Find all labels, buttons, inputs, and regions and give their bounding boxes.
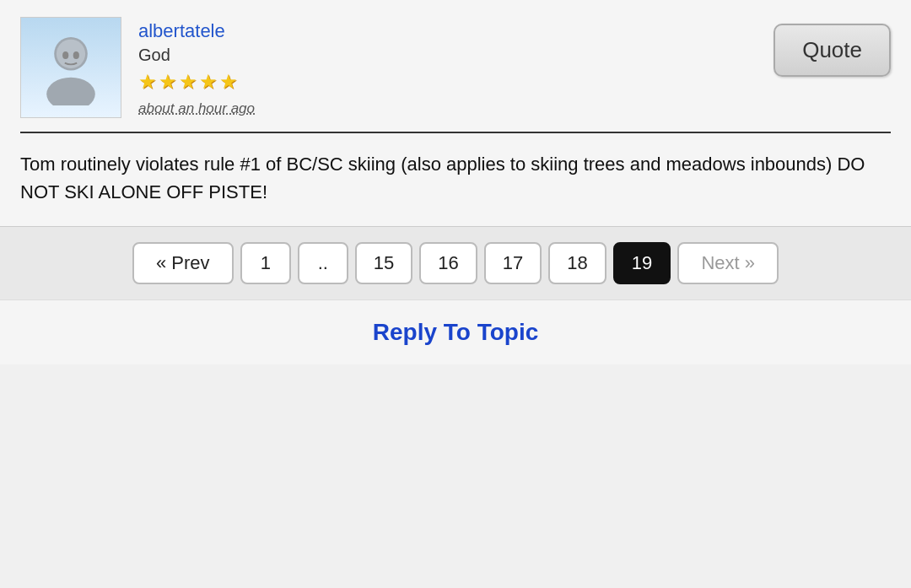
post-divider: [20, 132, 891, 133]
page-17-button[interactable]: 17: [484, 242, 542, 284]
page-1-button[interactable]: 1: [240, 242, 291, 284]
user-rank: God: [138, 46, 255, 65]
post-container: albertatele God ★ ★ ★ ★ ★ about an hour …: [0, 0, 911, 226]
page-19-button[interactable]: 19: [613, 242, 671, 284]
post-timestamp: about an hour ago: [138, 100, 255, 117]
page-ellipsis[interactable]: ..: [298, 242, 348, 284]
post-header-left: albertatele God ★ ★ ★ ★ ★ about an hour …: [20, 17, 255, 118]
star-2: ★: [159, 70, 177, 94]
page-18-button[interactable]: 18: [548, 242, 606, 284]
star-3: ★: [179, 70, 197, 94]
pagination-container: « Prev 1 .. 15 16 17 18 19 Next »: [0, 226, 911, 299]
star-rating: ★ ★ ★ ★ ★: [138, 70, 255, 94]
page-16-button[interactable]: 16: [419, 242, 477, 284]
reply-to-topic-button[interactable]: Reply To Topic: [373, 319, 539, 346]
star-5: ★: [219, 70, 238, 94]
post-body: Tom routinely violates rule #1 of BC/SC …: [20, 147, 891, 213]
post-header: albertatele God ★ ★ ★ ★ ★ about an hour …: [20, 17, 891, 118]
quote-button[interactable]: Quote: [774, 24, 891, 77]
avatar: [20, 17, 121, 118]
page-wrapper: albertatele God ★ ★ ★ ★ ★ about an hour …: [0, 0, 911, 364]
svg-point-4: [73, 51, 79, 59]
reply-container: Reply To Topic: [0, 299, 911, 364]
page-15-button[interactable]: 15: [355, 242, 412, 284]
svg-point-1: [46, 78, 95, 105]
user-info: albertatele God ★ ★ ★ ★ ★ about an hour …: [138, 17, 255, 117]
prev-button[interactable]: « Prev: [132, 242, 234, 284]
star-4: ★: [199, 70, 218, 94]
next-button[interactable]: Next »: [677, 242, 779, 284]
star-1: ★: [138, 70, 157, 94]
svg-point-3: [62, 51, 68, 59]
username[interactable]: albertatele: [138, 20, 255, 42]
